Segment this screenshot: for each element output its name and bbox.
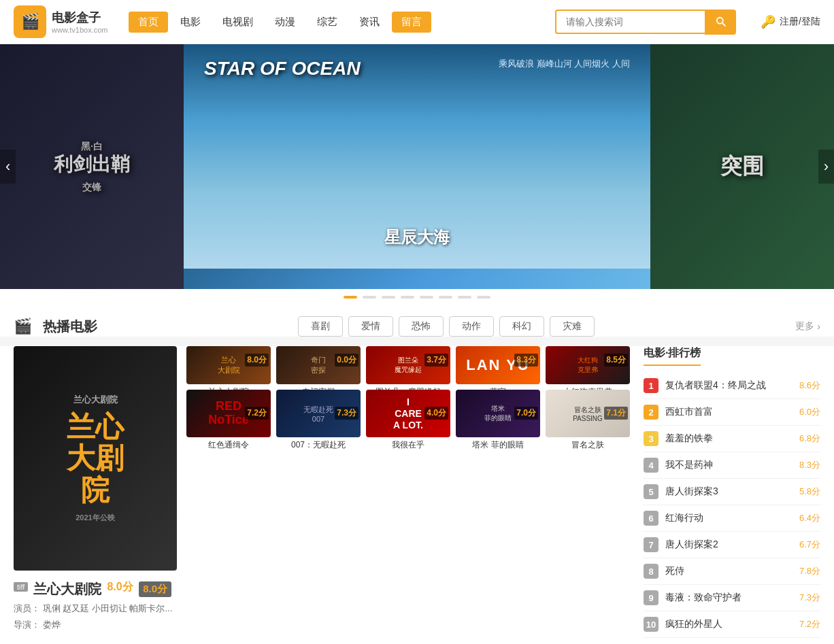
movie-card-red[interactable]: REDNoTice 7.2分 红色通缉令 (186, 390, 271, 437)
banner-prev-button[interactable]: ‹ (0, 150, 16, 184)
banner-center-panel: STAR OF OCEAN 乘风破浪 巅峰山河 人间烟火 人间 星辰大海 (184, 44, 650, 289)
movie-card-moming[interactable]: 冒名之肤PASSING 7.1分 冒名之肤 (546, 390, 630, 437)
banner-dot-1[interactable] (344, 296, 357, 299)
featured-title: 兰心大剧院 (33, 580, 101, 598)
banner-right-title: 突围 (720, 152, 764, 182)
rank-item[interactable]: 5 唐人街探案3 5.8分 (644, 479, 820, 505)
rank-item[interactable]: 7 唐人街探案2 6.7分 (644, 532, 820, 558)
rank-item[interactable]: 8 死侍 7.8分 (644, 558, 820, 585)
movie-title-tami: 塔米 菲的眼睛 (456, 439, 540, 451)
nav-variety[interactable]: 综艺 (307, 12, 347, 33)
logo-text: 电影盒子 www.tv1box.com (52, 10, 108, 34)
login-label: 注册/登陆 (780, 16, 820, 28)
rank-name: 疯狂的外星人 (665, 618, 795, 630)
actor-label: 演员： (14, 603, 40, 613)
movie-ranking-sidebar: 电影·排行榜 1 复仇者联盟4：终局之战 8.6分 2 西虹市首富 6.0分 3… (644, 346, 820, 638)
search-icon (714, 15, 727, 27)
movie-card-tulang[interactable]: 图兰朵魔咒缘起 3.7分 图兰朵：魔咒缘起 (366, 346, 450, 384)
nav-movies[interactable]: 电影 (171, 12, 210, 33)
rank-name: 唐人街探案3 (665, 486, 795, 498)
movie-card-lanyu[interactable]: LAN YU 8.3分 蓝宇 (456, 346, 540, 384)
rank-item[interactable]: 6 红海行动 6.4分 (644, 505, 820, 532)
featured-card[interactable]: 兰心大剧院 兰心大剧院 2021年公映 8.0分 tiff 兰心大剧院 8.0分… (14, 346, 177, 631)
tag-disaster[interactable]: 灾难 (550, 316, 595, 337)
ranking-list: 1 复仇者联盟4：终局之战 8.6分 2 西虹市首富 6.0分 3 羞羞的铁拳 … (644, 373, 820, 638)
nav-tv[interactable]: 电视剧 (213, 12, 263, 33)
actor-names: 巩俐 赵又廷 小田切让 帕斯卡尔... (43, 603, 173, 613)
rank-name: 羞羞的铁拳 (665, 433, 795, 445)
rank-score: 7.8分 (799, 565, 820, 577)
featured-actors: 演员： 巩俐 赵又廷 小田切让 帕斯卡尔... (14, 603, 177, 615)
rank-item[interactable]: 10 疯狂的外星人 7.2分 (644, 611, 820, 638)
logo-icon: 🎬 (14, 5, 46, 38)
rank-item[interactable]: 2 西虹市首富 6.0分 (644, 399, 820, 426)
nav-home[interactable]: 首页 (129, 12, 168, 33)
rank-number: 10 (644, 617, 658, 632)
banner-sub-info: 乘风破浪 巅峰山河 人间烟火 人间 (499, 58, 630, 70)
banner-dot-6[interactable] (439, 296, 452, 299)
movie-score-tulang: 3.7分 (424, 354, 448, 367)
rank-score: 8.6分 (799, 379, 820, 392)
movies-section-row: 🎬 热播电影 喜剧 爱情 恐怖 动作 科幻 灾难 更多 › (14, 316, 820, 337)
more-icon: › (817, 321, 820, 332)
rank-number: 6 (644, 511, 658, 526)
nav-anime[interactable]: 动漫 (265, 12, 305, 33)
tag-action[interactable]: 动作 (449, 316, 494, 337)
login-button[interactable]: 🔑 注册/登陆 (761, 14, 820, 29)
tag-scifi[interactable]: 科幻 (499, 316, 544, 337)
movie-title-moming: 冒名之肤 (546, 439, 630, 451)
rank-item[interactable]: 3 羞羞的铁拳 6.8分 (644, 426, 820, 452)
movie-score-lanyu: 8.3分 (514, 354, 538, 367)
rank-name: 复仇者联盟4：终局之战 (665, 379, 795, 392)
nav-comments[interactable]: 留言 (392, 12, 431, 33)
banner-dot-4[interactable] (401, 296, 414, 299)
movie-score-qimenmitan: 0.0分 (335, 354, 358, 367)
search-button[interactable] (705, 10, 736, 35)
movie-card-qimenmitan[interactable]: 奇门密探 0.0分 奇门密探 (276, 346, 361, 384)
movie-card-tami[interactable]: 塔米菲的眼睛 7.0分 塔米 菲的眼睛 (456, 390, 540, 437)
search-input[interactable] (555, 10, 705, 34)
rank-item[interactable]: 1 复仇者联盟4：终局之战 8.6分 (644, 373, 820, 399)
movie-title-red: 红色通缉令 (186, 439, 271, 451)
movie-score-red: 7.2分 (245, 407, 269, 420)
banner-dot-5[interactable] (420, 296, 433, 299)
rank-score: 7.3分 (799, 592, 820, 604)
banner-dot-7[interactable] (458, 296, 471, 299)
banner-dot-2[interactable] (363, 296, 376, 299)
movie-card-dahong[interactable]: 大红狗克里弗 8.5分 大红狗克里弗 (546, 346, 630, 384)
tag-comedy[interactable]: 喜剧 (298, 316, 343, 337)
header: 🎬 电影盒子 www.tv1box.com 首页 电影 电视剧 动漫 综艺 资讯… (0, 0, 834, 44)
movies-more-button[interactable]: 更多 › (795, 320, 820, 333)
banner-dot-3[interactable] (382, 296, 395, 299)
banner-dot-8[interactable] (477, 296, 490, 299)
rank-name: 西虹市首富 (665, 406, 795, 418)
rank-score: 6.7分 (799, 539, 820, 551)
featured-director: 导演： 娄烨 (14, 619, 177, 631)
movies-content-row: 兰心大剧院 兰心大剧院 2021年公映 8.0分 tiff 兰心大剧院 8.0分… (0, 346, 834, 644)
tiff-badge: tiff (14, 582, 28, 592)
rank-item[interactable]: 9 毒液：致命守护者 7.3分 (644, 585, 820, 611)
rank-number: 3 (644, 431, 658, 446)
nav-news[interactable]: 资讯 (350, 12, 389, 33)
movie-card-qimen[interactable]: 兰心大剧院 8.0分 兰心大剧院 (186, 346, 271, 384)
director-name: 娄烨 (43, 620, 61, 630)
movie-card-icare[interactable]: ICAREA LOT. 4.0分 我很在乎 (366, 390, 450, 437)
rank-name: 我不是药神 (665, 459, 795, 471)
tag-romance[interactable]: 爱情 (348, 316, 393, 337)
rank-score: 6.4分 (799, 512, 820, 524)
tag-horror[interactable]: 恐怖 (399, 316, 444, 337)
featured-poster-score: 8.0分 (139, 581, 171, 597)
rank-item[interactable]: 4 我不是药神 8.3分 (644, 452, 820, 479)
movie-score-qimen: 8.0分 (245, 354, 269, 367)
movie-title-007: 007：无暇赴死 (276, 439, 361, 451)
movie-score-icare: 4.0分 (424, 407, 448, 420)
logo-area: 🎬 电影盒子 www.tv1box.com (14, 5, 108, 38)
movie-card-007[interactable]: 无暇赴死007 7.3分 007：无暇赴死 (276, 390, 361, 437)
banner-right-panel: 突围 (650, 44, 834, 289)
banner-next-button[interactable]: › (818, 150, 834, 184)
movies-title: 热播电影 (43, 318, 97, 336)
rank-name: 唐人街探案2 (665, 539, 795, 551)
director-label: 导演： (14, 620, 40, 630)
banner-left-title: 黑·白 利剑出鞘 交锋 (54, 140, 130, 194)
movie-title-icare: 我很在乎 (366, 439, 450, 451)
